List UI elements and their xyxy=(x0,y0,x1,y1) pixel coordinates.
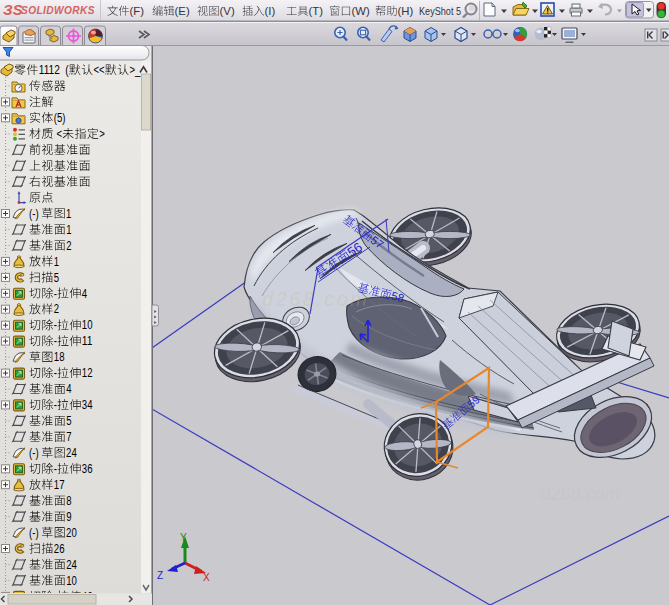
svg-text:1: 1 xyxy=(66,207,72,221)
svg-text:26: 26 xyxy=(54,542,65,556)
svg-text:24: 24 xyxy=(66,446,77,460)
svg-text:>: > xyxy=(99,127,105,141)
svg-text:36: 36 xyxy=(82,462,93,476)
svg-text:(T): (T) xyxy=(309,5,324,17)
svg-text:-: - xyxy=(54,462,57,476)
svg-text:-: - xyxy=(54,366,57,380)
svg-text:d268.com: d268.com xyxy=(540,484,620,504)
svg-text:(W): (W) xyxy=(352,5,370,17)
svg-text:-: - xyxy=(54,287,57,301)
svg-text:(-): (-) xyxy=(29,526,41,540)
svg-text:(H): (H) xyxy=(398,5,414,17)
svg-text:KeyShot 5: KeyShot 5 xyxy=(419,5,461,17)
svg-text:Z: Z xyxy=(157,570,163,581)
svg-text:-: - xyxy=(54,334,57,348)
svg-text:ЗS: ЗS xyxy=(3,1,23,18)
svg-text:1112 (: 1112 ( xyxy=(39,63,69,77)
svg-text:X: X xyxy=(203,572,210,583)
svg-text:18: 18 xyxy=(54,350,65,364)
svg-text:(E): (E) xyxy=(175,5,190,17)
svg-text:11: 11 xyxy=(82,334,93,348)
svg-text:9: 9 xyxy=(66,510,72,524)
svg-text:<: < xyxy=(54,127,62,141)
svg-text:(V): (V) xyxy=(220,5,235,17)
svg-text:7: 7 xyxy=(66,430,72,444)
svg-text:(-): (-) xyxy=(29,207,41,221)
svg-text:17: 17 xyxy=(54,478,65,492)
svg-text:-: - xyxy=(54,318,57,332)
svg-text:5: 5 xyxy=(66,414,72,428)
svg-text:10: 10 xyxy=(82,318,93,332)
svg-text:2: 2 xyxy=(66,239,72,253)
svg-text:20: 20 xyxy=(66,526,77,540)
svg-text:(-): (-) xyxy=(29,446,41,460)
svg-text:1: 1 xyxy=(66,223,72,237)
svg-text:2: 2 xyxy=(54,302,60,316)
svg-text:(5): (5) xyxy=(54,111,66,125)
svg-text:8: 8 xyxy=(66,494,72,508)
svg-text:-: - xyxy=(54,398,57,412)
svg-text:5: 5 xyxy=(54,271,60,285)
svg-text:4: 4 xyxy=(82,287,88,301)
svg-text:(F): (F) xyxy=(130,5,145,17)
svg-text:24: 24 xyxy=(66,558,77,572)
svg-text:4: 4 xyxy=(66,382,72,396)
svg-text:(I): (I) xyxy=(265,5,276,17)
svg-text:12: 12 xyxy=(82,366,93,380)
svg-text:34: 34 xyxy=(82,398,93,412)
svg-text:10: 10 xyxy=(66,574,77,588)
svg-text:SOLIDWORKS: SOLIDWORKS xyxy=(21,4,95,16)
svg-text:1: 1 xyxy=(54,255,60,269)
svg-text:<<: << xyxy=(94,63,105,77)
svg-text:>_: >_ xyxy=(130,63,141,77)
svg-text:Y: Y xyxy=(180,532,187,543)
